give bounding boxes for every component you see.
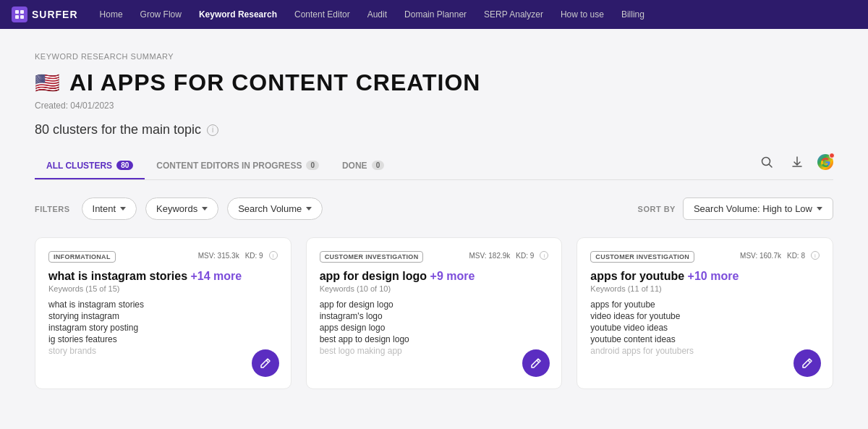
card-1-kw-5: story brands bbox=[48, 345, 278, 357]
card-1-keywords-count: Keywords (15 of 15) bbox=[48, 284, 278, 293]
search-volume-filter[interactable]: Search Volume bbox=[227, 197, 323, 220]
card-3-kd: KD: 8 bbox=[787, 252, 805, 260]
card-design-logo: CUSTOMER INVESTIGATION MSV: 182.9k KD: 9… bbox=[306, 237, 563, 389]
flag-icon: 🇺🇸 bbox=[35, 71, 61, 95]
svg-rect-0 bbox=[15, 10, 19, 14]
tab-all-clusters-label: ALL CLUSTERS bbox=[46, 161, 112, 171]
card-3-kw-4: youtube content ideas bbox=[590, 334, 820, 345]
clusters-info: 80 clusters for the main topic i bbox=[35, 122, 833, 137]
nav-home[interactable]: Home bbox=[93, 0, 130, 29]
clusters-count-text: 80 clusters for the main topic bbox=[35, 122, 201, 137]
card-2-kw-1: app for design logo bbox=[320, 299, 549, 310]
card-1-kd: KD: 9 bbox=[245, 252, 263, 260]
card-2-meta: CUSTOMER INVESTIGATION bbox=[320, 251, 424, 263]
sort-dropdown[interactable]: Search Volume: High to Low bbox=[683, 197, 833, 220]
edit-icon bbox=[260, 357, 271, 369]
nav-domain-planner[interactable]: Domain Planner bbox=[397, 0, 474, 29]
card-1-stat-info-icon[interactable]: i bbox=[269, 251, 278, 260]
card-2-kw-4: best app to design logo bbox=[320, 334, 549, 345]
nav-grow-flow[interactable]: Grow Flow bbox=[133, 0, 189, 29]
search-volume-filter-chevron bbox=[306, 207, 312, 211]
card-3-title-text: apps for youtube bbox=[590, 270, 684, 282]
cards-grid: INFORMATIONAL MSV: 315.3k KD: 9 i what i… bbox=[35, 237, 833, 389]
intent-filter-label: Intent bbox=[93, 203, 116, 214]
edit-icon bbox=[530, 357, 542, 369]
card-1-kw-3: instagram story posting bbox=[48, 322, 278, 334]
download-button[interactable] bbox=[787, 152, 807, 172]
card-instagram-stories: INFORMATIONAL MSV: 315.3k KD: 9 i what i… bbox=[35, 237, 292, 389]
card-3-msv: MSV: 160.7k bbox=[740, 252, 781, 260]
card-2-kw-3: apps design logo bbox=[320, 322, 549, 334]
tabs-right bbox=[757, 152, 833, 179]
card-2-intent-badge: CUSTOMER INVESTIGATION bbox=[320, 251, 424, 263]
tab-content-editors[interactable]: CONTENT EDITORS IN PROGRESS 0 bbox=[145, 153, 331, 179]
card-1-edit-button[interactable] bbox=[252, 349, 279, 377]
card-2-edit-button[interactable] bbox=[522, 349, 550, 377]
card-3-stats: MSV: 160.7k KD: 8 i bbox=[740, 251, 820, 260]
card-1-title: what is instagram stories +14 more bbox=[48, 270, 278, 283]
card-2-stats: MSV: 182.9k KD: 9 i bbox=[469, 251, 548, 260]
card-2-msv: MSV: 182.9k bbox=[469, 252, 510, 260]
download-icon bbox=[791, 156, 804, 169]
tabs-left: ALL CLUSTERS 80 CONTENT EDITORS IN PROGR… bbox=[35, 153, 757, 179]
card-2-stat-info-icon[interactable]: i bbox=[540, 251, 548, 260]
tab-all-clusters-badge: 80 bbox=[116, 161, 133, 170]
card-3-stat-info-icon[interactable]: i bbox=[811, 251, 820, 260]
tab-done-badge: 0 bbox=[372, 161, 385, 170]
card-1-kw-4: ig stories features bbox=[48, 334, 278, 345]
tabs-row: ALL CLUSTERS 80 CONTENT EDITORS IN PROGR… bbox=[35, 152, 833, 180]
sort-chevron bbox=[817, 207, 822, 211]
intent-filter-chevron bbox=[120, 207, 126, 211]
logo[interactable]: SURFER bbox=[12, 7, 78, 22]
keywords-filter-chevron bbox=[202, 207, 208, 211]
card-1-meta: INFORMATIONAL bbox=[48, 251, 116, 263]
clusters-info-icon[interactable]: i bbox=[207, 124, 218, 136]
nav-content-editor[interactable]: Content Editor bbox=[287, 0, 357, 29]
search-icon bbox=[760, 156, 773, 169]
card-3-title: apps for youtube +10 more bbox=[590, 270, 820, 283]
card-3-more-link[interactable]: +10 more bbox=[688, 270, 739, 282]
card-3-kw-5: android apps for youtubers bbox=[590, 345, 820, 357]
card-1-more-link[interactable]: +14 more bbox=[191, 270, 242, 282]
card-2-more-link[interactable]: +9 more bbox=[430, 270, 475, 282]
card-2-keywords-count: Keywords (10 of 10) bbox=[320, 284, 549, 293]
sort-section: SORT BY Search Volume: High to Low bbox=[638, 197, 833, 220]
svg-point-4 bbox=[762, 158, 770, 166]
main-content: KEYWORD RESEARCH SUMMARY 🇺🇸 AI APPS FOR … bbox=[0, 29, 868, 429]
card-3-meta: CUSTOMER INVESTIGATION bbox=[590, 251, 694, 263]
edit-icon bbox=[801, 357, 813, 369]
tab-done[interactable]: DONE 0 bbox=[331, 153, 396, 179]
filters-label: FILTERS bbox=[35, 205, 70, 213]
svg-rect-2 bbox=[15, 15, 19, 19]
nav-billing[interactable]: Billing bbox=[614, 0, 652, 29]
tab-all-clusters[interactable]: ALL CLUSTERS 80 bbox=[35, 153, 145, 179]
card-3-edit-button[interactable] bbox=[793, 349, 821, 377]
card-3-keywords-count: Keywords (11 of 11) bbox=[590, 284, 820, 293]
card-1-msv: MSV: 315.3k bbox=[198, 252, 239, 260]
card-3-intent-badge: CUSTOMER INVESTIGATION bbox=[590, 251, 694, 263]
card-2-keyword-list: app for design logo instagram's logo app… bbox=[320, 299, 549, 357]
page-title: 🇺🇸 AI APPS FOR CONTENT CREATION bbox=[35, 69, 833, 96]
card-1-kw-1: what is instagram stories bbox=[48, 299, 278, 310]
logo-text: SURFER bbox=[32, 9, 78, 20]
breadcrumb: KEYWORD RESEARCH SUMMARY bbox=[35, 52, 833, 61]
card-1-kw-2: storying instagram bbox=[48, 310, 278, 322]
card-2-kw-2: instagram's logo bbox=[320, 310, 549, 322]
tab-content-editors-label: CONTENT EDITORS IN PROGRESS bbox=[156, 161, 302, 171]
svg-rect-3 bbox=[20, 15, 24, 19]
intent-filter[interactable]: Intent bbox=[82, 197, 137, 220]
card-1-intent-badge: INFORMATIONAL bbox=[48, 251, 116, 263]
search-button[interactable] bbox=[757, 152, 777, 172]
tab-done-label: DONE bbox=[342, 161, 367, 171]
nav-audit[interactable]: Audit bbox=[360, 0, 394, 29]
card-3-header: CUSTOMER INVESTIGATION MSV: 160.7k KD: 8… bbox=[590, 251, 820, 263]
navbar: SURFER Home Grow Flow Keyword Research C… bbox=[0, 0, 868, 29]
nav-keyword-research[interactable]: Keyword Research bbox=[192, 0, 284, 29]
card-2-kw-5: best logo making app bbox=[320, 345, 549, 357]
card-2-header: CUSTOMER INVESTIGATION MSV: 182.9k KD: 9… bbox=[320, 251, 549, 263]
nav-how-to-use[interactable]: How to use bbox=[553, 0, 611, 29]
nav-serp-analyzer[interactable]: SERP Analyzer bbox=[477, 0, 550, 29]
keywords-filter[interactable]: Keywords bbox=[145, 197, 218, 220]
google-icon[interactable] bbox=[817, 154, 833, 170]
tab-content-editors-badge: 0 bbox=[306, 161, 319, 170]
